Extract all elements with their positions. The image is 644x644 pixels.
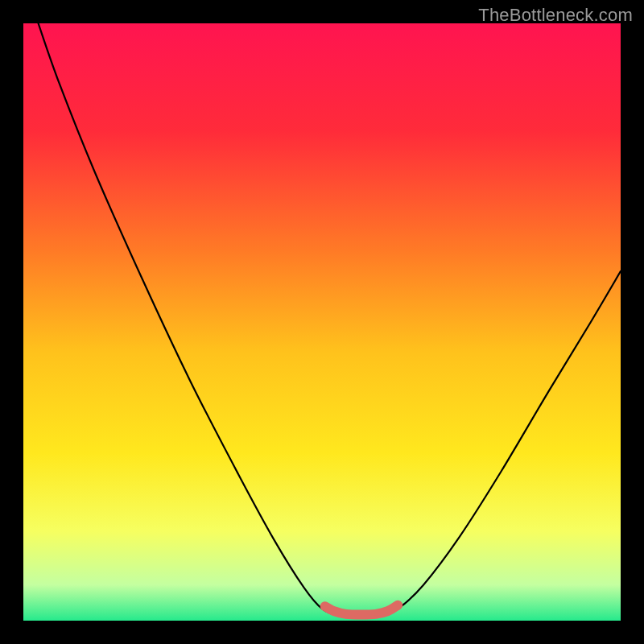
chart-frame: TheBottleneck.com [0, 0, 644, 644]
chart-svg [23, 23, 621, 621]
plot-area [23, 23, 621, 621]
gradient-background [23, 23, 621, 621]
